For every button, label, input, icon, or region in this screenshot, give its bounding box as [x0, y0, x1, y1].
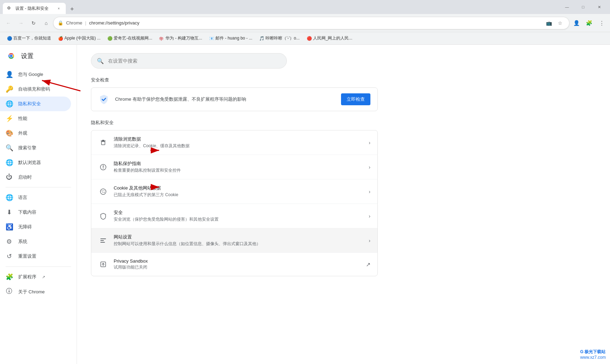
svg-point-15: [102, 192, 103, 193]
privacy-item-security[interactable]: 安全 安全浏览（保护您免受危险网站的侵害）和其他安全设置 ›: [91, 204, 377, 228]
search-icon: 🔍: [97, 58, 104, 64]
forward-button[interactable]: →: [15, 17, 27, 29]
sidebar-item-performance[interactable]: ⚡ 性能: [0, 111, 71, 126]
svg-point-5: [9, 290, 9, 290]
sandbox-icon: [98, 259, 108, 269]
autofill-icon: 🔑: [6, 85, 13, 93]
watermark: G 极光下载站 www.xz7.com: [580, 349, 606, 360]
sidebar-item-system[interactable]: ⚙ 系统: [0, 234, 71, 249]
clear-browsing-text: 清除浏览数据 清除浏览记录、Cookie、缓存及其他数据: [114, 136, 363, 149]
sidebar-label: 搜索引擎: [18, 145, 36, 151]
sidebar-item-extensions[interactable]: 🧩 扩展程序 ↗: [0, 270, 71, 284]
sidebar-label: 系统: [18, 238, 27, 245]
sidebar-item-startup[interactable]: ⏻ 启动时: [0, 170, 71, 184]
sidebar-section: 👤 您与 Google 🔑 自动填充和密码 🌐 隐私和安全 ⚡ 性能 🎨: [0, 67, 77, 184]
search-input[interactable]: [108, 58, 281, 64]
privacy-guide-title: 隐私保护指南: [114, 160, 363, 167]
startup-icon: ⏻: [6, 173, 13, 181]
tab-close-button[interactable]: ×: [56, 6, 62, 11]
address-actions: 📺 ☆: [544, 18, 565, 28]
clear-browsing-icon: [98, 138, 108, 148]
sidebar-item-google[interactable]: 👤 您与 Google: [0, 67, 71, 82]
external-link-icon: ↗: [42, 275, 45, 279]
extensions-icon: 🧩: [6, 273, 13, 281]
safety-check-description: Chrome 有助于保护您免受数据泄露、不良扩展程序等问题的影响: [115, 96, 335, 102]
site-settings-title: 网站设置: [114, 234, 363, 240]
clear-browsing-title: 清除浏览数据: [114, 136, 363, 142]
sidebar-item-reset[interactable]: ↺ 重置设置: [0, 249, 71, 264]
security-text: 安全 安全浏览（保护您免受危险网站的侵害）和其他安全设置: [114, 209, 363, 222]
appearance-icon: 🎨: [6, 129, 13, 137]
sidebar-item-default-browser[interactable]: 🌐 默认浏览器: [0, 155, 71, 170]
profile-button[interactable]: 👤: [571, 17, 582, 29]
cast-button[interactable]: 📺: [544, 18, 554, 28]
sidebar-label: 性能: [18, 115, 27, 122]
bookmark-renmin[interactable]: 🔴 人民网_网上的人民...: [304, 34, 355, 43]
minimize-button[interactable]: —: [559, 1, 575, 13]
privacy-item-guide[interactable]: 隐私保护指南 检查重要的隐私控制设置和安全控件 ›: [91, 155, 377, 179]
address-bar[interactable]: 🔒 Chrome | chrome://settings/privacy 📺 ☆: [53, 17, 569, 29]
privacy-item-sandbox[interactable]: Privacy Sandbox 试用版功能已关闭 ↗: [91, 253, 377, 276]
menu-button[interactable]: ⋮: [596, 17, 607, 29]
sidebar-item-downloads[interactable]: ⬇ 下载内容: [0, 205, 71, 220]
check-now-button[interactable]: 立即检查: [341, 93, 370, 105]
svg-rect-9: [102, 140, 104, 141]
privacy-guide-desc: 检查重要的隐私控制设置和安全控件: [114, 167, 363, 173]
extensions-button[interactable]: 🧩: [583, 17, 595, 29]
sandbox-desc: 试用版功能已关闭: [114, 264, 360, 270]
sidebar-section-advanced: 🌐 语言 ⬇ 下载内容 ♿ 无障碍 ⚙ 系统 ↺ 重置设置: [0, 190, 77, 264]
refresh-button[interactable]: ↻: [28, 17, 39, 29]
arrow-icon: ›: [369, 238, 370, 243]
bookmark-baidu[interactable]: 🔵 百度一下，你就知道: [4, 34, 54, 43]
search-bar[interactable]: 🔍: [91, 53, 287, 69]
sandbox-title: Privacy Sandbox: [114, 258, 360, 264]
bookmark-favicon: 华: [159, 36, 164, 41]
bookmark-favicon: 🍎: [58, 36, 63, 41]
sidebar-label: 语言: [18, 194, 27, 201]
new-tab-button[interactable]: +: [67, 4, 77, 14]
cookies-text: Cookie 及其他网站数据 已阻止无痕模式下的第三方 Cookie: [114, 185, 363, 198]
bookmark-mail[interactable]: 📧 邮件 - huang bo - ...: [206, 34, 255, 43]
sidebar: 设置 👤 您与 Google 🔑 自动填充和密码 🌐 隐私和安全 ⚡ 性能: [0, 45, 77, 364]
tab-favicon: ⚙: [7, 6, 13, 11]
nav-bar: ← → ↻ ⌂ 🔒 Chrome | chrome://settings/pri…: [0, 14, 610, 32]
settings-main: 🔍 安全检查 Chrome 有助于保护您免受数据泄露、不良扩展程序等问题的影响 …: [77, 45, 392, 364]
bookmark-favicon: 🔵: [7, 36, 12, 41]
sandbox-text: Privacy Sandbox 试用版功能已关闭: [114, 258, 360, 270]
privacy-item-cookies[interactable]: Cookie 及其他网站数据 已阻止无痕模式下的第三方 Cookie ›: [91, 179, 377, 204]
system-icon: ⚙: [6, 238, 13, 245]
bookmark-favicon: 🎵: [259, 36, 264, 41]
bookmark-button[interactable]: ☆: [555, 18, 565, 28]
arrow-icon: ›: [369, 213, 370, 219]
sidebar-item-accessibility[interactable]: ♿ 无障碍: [0, 220, 71, 234]
browser-tab[interactable]: ⚙ 设置 - 隐私和安全 ×: [3, 3, 66, 14]
privacy-item-site-settings[interactable]: 网站设置 控制网站可以使用和显示什么信息（如位置信息、摄像头、弹出式窗口及其他）…: [91, 228, 377, 253]
sidebar-item-autofill[interactable]: 🔑 自动填充和密码: [0, 82, 71, 97]
about-icon: [6, 288, 13, 296]
sidebar-item-privacy[interactable]: 🌐 隐私和安全: [0, 97, 71, 111]
sidebar-item-about[interactable]: 关于 Chrome: [0, 284, 71, 299]
maximize-button[interactable]: □: [575, 1, 591, 13]
close-button[interactable]: ✕: [591, 1, 607, 13]
performance-icon: ⚡: [6, 115, 13, 122]
bookmark-kakusha[interactable]: 🎵 咔嚓咔嚓（'-'）o...: [256, 34, 302, 43]
browser-icon: 🌐: [6, 159, 13, 166]
sidebar-item-search[interactable]: 🔍 搜索引擎: [0, 141, 71, 155]
bookmark-label: 爱奇艺-在线视频网...: [114, 35, 152, 41]
language-icon: 🌐: [6, 194, 13, 201]
home-button[interactable]: ⌂: [41, 17, 52, 29]
bookmark-iqiyi[interactable]: 🟢 爱奇艺-在线视频网...: [105, 34, 155, 43]
site-settings-icon: [98, 236, 108, 245]
privacy-guide-text: 隐私保护指南 检查重要的隐私控制设置和安全控件: [114, 160, 363, 173]
sidebar-header: 设置: [0, 50, 77, 67]
privacy-item-clear-browsing[interactable]: 清除浏览数据 清除浏览记录、Cookie、缓存及其他数据 ›: [91, 130, 377, 155]
bookmark-huawei[interactable]: 华 华为 - 构建万物互...: [156, 34, 205, 43]
sidebar-label: 下载内容: [18, 209, 36, 215]
sidebar-item-language[interactable]: 🌐 语言: [0, 190, 71, 205]
chrome-logo-icon: [6, 50, 17, 62]
back-button[interactable]: ←: [3, 17, 14, 29]
svg-point-14: [104, 190, 104, 191]
bookmark-apple[interactable]: 🍎 Apple (中国大陆) ...: [55, 34, 103, 43]
bookmark-favicon: 📧: [209, 36, 214, 41]
sidebar-item-appearance[interactable]: 🎨 外观: [0, 126, 71, 141]
